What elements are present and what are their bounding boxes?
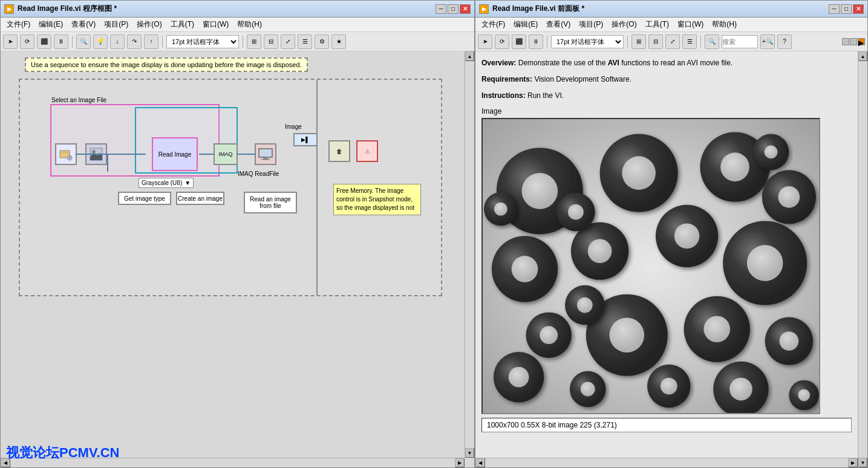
- help-icon[interactable]: ?: [777, 34, 792, 49]
- left-menu-bar: 文件(F) 编辑(E) 查看(V) 项目(P) 操作(O) 工具(T) 窗口(W…: [1, 18, 474, 32]
- wire3: [237, 154, 256, 155]
- search-input[interactable]: [722, 35, 758, 48]
- minimize-button[interactable]: ─: [436, 4, 446, 14]
- run-cont-icon[interactable]: ⟳: [20, 34, 34, 49]
- right-menu-project[interactable]: 项目(P): [575, 18, 607, 31]
- menu-operate[interactable]: 操作(O): [133, 18, 165, 31]
- menu-tools[interactable]: 工具(T): [167, 18, 198, 31]
- get-image-type-block[interactable]: Get image type: [118, 192, 171, 205]
- right-run-icon[interactable]: ➤: [478, 34, 492, 49]
- dispose-icon[interactable]: 🗑: [328, 140, 350, 162]
- menu-edit[interactable]: 编辑(E): [35, 18, 67, 31]
- error-icon[interactable]: ⚠: [356, 140, 378, 162]
- debug-icon[interactable]: 🔍: [76, 34, 91, 49]
- left-toolbar: ➤ ⟳ ⬛ ⏸ 🔍 💡 ↓ ↷ ↑ 17pt 对话框字体 ⊞ ⊟ ⤢ ☰ ⚙ ★: [1, 32, 474, 51]
- imaq-block[interactable]: IMAQ: [214, 143, 238, 165]
- extra2-icon[interactable]: ★: [331, 34, 346, 49]
- menu-view[interactable]: 查看(V): [68, 18, 99, 31]
- right-reorder-icon[interactable]: ☰: [682, 34, 697, 49]
- right-dist-icon[interactable]: ⊟: [648, 34, 663, 49]
- free-memory-note: Free Memory. The image control is in Sna…: [333, 184, 421, 215]
- grayscale-dropdown[interactable]: Grayscale (U8) ▼: [139, 178, 194, 188]
- reorder-icon[interactable]: ☰: [298, 34, 312, 49]
- read-from-file-block[interactable]: Read an image from file: [244, 192, 297, 213]
- create-image-block[interactable]: Create an image: [176, 192, 224, 205]
- grid-btn2[interactable]: [850, 38, 857, 45]
- scroll-right-btn[interactable]: ▶: [455, 458, 465, 467]
- scroll-down-btn[interactable]: ▼: [465, 448, 474, 458]
- display-icon[interactable]: [255, 143, 276, 165]
- right-menu-window[interactable]: 窗口(W): [674, 18, 707, 31]
- svg-point-34: [703, 316, 730, 342]
- right-maximize-button[interactable]: □: [841, 4, 852, 14]
- right-menu-operate[interactable]: 操作(O): [608, 18, 640, 31]
- right-menu-tools[interactable]: 工具(T): [642, 18, 673, 31]
- right-menu-file[interactable]: 文件(F): [478, 18, 509, 31]
- image-label-above: Image: [285, 123, 302, 130]
- menu-window[interactable]: 窗口(W): [199, 18, 232, 31]
- avi-bold: AVI: [608, 59, 619, 67]
- right-toolbar: ➤ ⟳ ⬛ ⏸ 17pt 对话框字体 ⊞ ⊟ ⤢ ☰ 🔍 +🔍 ? ▶: [475, 32, 867, 51]
- right-pause-icon[interactable]: ⏸: [529, 34, 543, 49]
- image-connector[interactable]: ▶▌: [293, 133, 318, 146]
- right-minimize-button[interactable]: ─: [829, 4, 840, 14]
- read-image-block[interactable]: Read Image: [152, 137, 198, 171]
- fp-scroll-up[interactable]: ▲: [858, 51, 867, 61]
- open-file-icon[interactable]: ?: [55, 143, 77, 165]
- right-close-button[interactable]: ✕: [853, 4, 864, 14]
- grid-btn1[interactable]: [842, 38, 849, 45]
- imaq-text: IMAQ: [218, 151, 232, 157]
- left-app-icon: ▶: [4, 4, 14, 14]
- right-font-dropdown[interactable]: 17pt 对话框字体: [551, 35, 624, 48]
- menu-project[interactable]: 项目(P): [100, 18, 132, 31]
- dist-icon[interactable]: ⊟: [264, 34, 278, 49]
- image-display: [481, 118, 820, 414]
- overview-label: Overview:: [481, 59, 516, 67]
- menu-help[interactable]: 帮助(H): [233, 18, 266, 31]
- align-icon[interactable]: ⊞: [247, 34, 261, 49]
- abort-icon[interactable]: ⬛: [37, 34, 51, 49]
- select-file-label: Select an Image File: [51, 97, 106, 103]
- svg-point-18: [765, 145, 778, 158]
- pause-icon[interactable]: ⏸: [54, 34, 68, 49]
- close-button[interactable]: ✕: [460, 4, 471, 14]
- scroll-track-v[interactable]: [465, 61, 474, 448]
- fp-scroll-track-v[interactable]: [858, 61, 867, 458]
- right-align-icon[interactable]: ⊞: [631, 34, 646, 49]
- fp-scroll-right[interactable]: ▶: [848, 458, 858, 467]
- wire2: [199, 154, 214, 155]
- step-out-icon[interactable]: ↑: [144, 34, 158, 49]
- right-abort-icon[interactable]: ⬛: [512, 34, 526, 49]
- free-memory-text: Free Memory. The image control is in Sna…: [336, 187, 414, 211]
- svg-point-12: [622, 156, 656, 190]
- maximize-button[interactable]: □: [448, 4, 458, 14]
- wire-v1: [107, 154, 108, 172]
- right-run-cont-icon[interactable]: ⟳: [495, 34, 509, 49]
- fp-scroll-track-h[interactable]: [485, 458, 848, 467]
- scroll-up-btn[interactable]: ▲: [465, 51, 474, 61]
- read-image-text: Read Image: [158, 151, 191, 158]
- bd-right-scrollbar: ▲ ▼: [465, 51, 474, 458]
- zoom-in-icon[interactable]: +🔍: [760, 34, 775, 49]
- right-menu-view[interactable]: 查看(V): [543, 18, 574, 31]
- step-into-icon[interactable]: ↓: [110, 34, 125, 49]
- fp-scroll-left[interactable]: ◀: [475, 458, 485, 467]
- extra1-icon[interactable]: ⚙: [315, 34, 329, 49]
- menu-file[interactable]: 文件(F): [3, 18, 34, 31]
- read-from-file-label: Read an image from file: [250, 196, 291, 209]
- sep1: [72, 36, 73, 48]
- get-image-type-label: Get image type: [124, 195, 165, 202]
- step-over-icon[interactable]: ↷: [127, 34, 142, 49]
- fp-image-label: Image: [481, 107, 852, 115]
- fp-scroll-down[interactable]: ▼: [858, 458, 867, 467]
- right-zoom-icon[interactable]: 🔍: [705, 34, 719, 49]
- highlight-icon[interactable]: 💡: [93, 34, 108, 49]
- font-dropdown[interactable]: 17pt 对话框字体: [166, 35, 239, 48]
- right-menu-edit[interactable]: 编辑(E): [510, 18, 541, 31]
- grid-btn3[interactable]: ▶: [858, 38, 865, 45]
- right-resize-icon[interactable]: ⤢: [665, 34, 680, 49]
- fp-right-scrollbar: ▲ ▼: [858, 51, 867, 467]
- run-arrow-icon[interactable]: ➤: [3, 34, 18, 49]
- right-menu-help[interactable]: 帮助(H): [708, 18, 740, 31]
- resize-icon[interactable]: ⤢: [281, 34, 295, 49]
